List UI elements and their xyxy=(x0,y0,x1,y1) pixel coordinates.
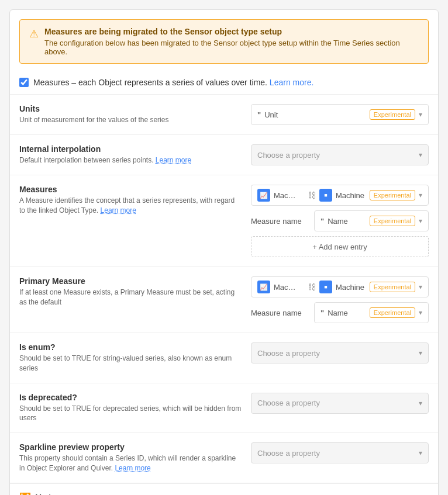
measures-row-title: Measures xyxy=(19,185,242,194)
dropdown-arrow-icon: ▾ xyxy=(419,309,422,317)
link-icon: ⛓ xyxy=(308,191,316,200)
banner-content: Measures are being migrated to the Senso… xyxy=(44,27,419,56)
measure-abbrev: Mac… xyxy=(274,191,304,200)
sparkline-dropdown[interactable]: Choose a property ▾ xyxy=(251,442,429,463)
dropdown-arrow-icon: ▾ xyxy=(419,151,422,159)
measure-chart-icon: 📈 xyxy=(257,189,270,202)
interpolation-row: Internal interpolation Default interpola… xyxy=(10,135,438,175)
measures-row-label: Measures A Measure identifies the concep… xyxy=(19,185,242,216)
primary-measure-name-label: Measure name xyxy=(251,309,309,317)
dropdown-arrow-icon: ▾ xyxy=(419,283,422,291)
add-entry-button[interactable]: + Add new entry xyxy=(251,236,429,257)
experimental-badge: Experimental xyxy=(370,109,415,120)
interpolation-dropdown[interactable]: Choose a property ▾ xyxy=(251,144,429,165)
warning-icon: ⚠ xyxy=(29,27,39,40)
primary-measure-row: Primary Measure If at least one Measure … xyxy=(10,267,438,333)
measure-name-row: Measure name " Name Experimental ▾ xyxy=(251,210,429,231)
vertex-label: Vertex xyxy=(36,493,60,495)
is-deprecated-row: Is deprecated? Should be set to TRUE for… xyxy=(10,383,438,434)
measures-header: Measures – each Object represents a seri… xyxy=(10,73,438,95)
measure-machine-label: Machine xyxy=(336,191,366,200)
measure-name-label: Measure name xyxy=(251,217,309,226)
vertex-icon: 🔀 xyxy=(19,492,31,495)
units-desc: Unit of measurement for the values of th… xyxy=(19,115,242,125)
sparkline-title: Sparkline preview property xyxy=(19,442,242,452)
sparkline-learn-link[interactable]: Learn more xyxy=(115,464,150,472)
primary-measure-name-dropdown[interactable]: " Name Experimental ▾ xyxy=(314,302,429,323)
measures-complex-row: Measures A Measure identifies the concep… xyxy=(10,175,438,266)
measure-entry-dropdown[interactable]: 📈 Mac… ⛓ ■ Machine Experimental ▾ xyxy=(251,185,429,206)
units-controls: " Unit Experimental ▾ xyxy=(251,104,429,125)
primary-measure-controls: 📈 Mac… ⛓ ■ Machine Experimental ▾ Measur… xyxy=(251,276,429,323)
interpolation-desc: Default interpolation between series poi… xyxy=(19,155,242,165)
is-enum-title: Is enum? xyxy=(19,342,242,352)
primary-obj-icon: ■ xyxy=(319,281,332,293)
measures-controls: 📈 Mac… ⛓ ■ Machine Experimental ▾ Measur… xyxy=(251,185,429,257)
is-deprecated-title: Is deprecated? xyxy=(19,393,242,402)
primary-abbrev: Mac… xyxy=(274,283,304,292)
interpolation-controls: Choose a property ▾ xyxy=(251,144,429,165)
is-deprecated-label: Is deprecated? Should be set to TRUE for… xyxy=(19,393,242,424)
dropdown-arrow-icon: ▾ xyxy=(419,217,422,225)
dropdown-arrow-icon: ▾ xyxy=(419,349,422,357)
primary-badge: Experimental xyxy=(370,282,415,292)
is-enum-desc: Should be set to TRUE for string-valued … xyxy=(19,354,242,373)
primary-measure-title: Primary Measure xyxy=(19,276,242,286)
measures-learn-link[interactable]: Learn more xyxy=(101,206,136,214)
is-enum-controls: Choose a property ▾ xyxy=(251,342,429,364)
units-label: Units Unit of measurement for the values… xyxy=(19,104,242,125)
units-dropdown[interactable]: " Unit Experimental ▾ xyxy=(251,104,429,125)
measures-row-desc: A Measure identifies the concept that a … xyxy=(19,196,242,216)
quotes-icon: " xyxy=(321,217,324,226)
interpolation-label: Internal interpolation Default interpola… xyxy=(19,144,242,165)
primary-measure-desc: If at least one Measure exists, a Primar… xyxy=(19,288,242,307)
measures-learn-link[interactable]: Learn more. xyxy=(270,78,313,87)
unit-value: Unit xyxy=(264,110,366,119)
sparkline-placeholder: Choose a property xyxy=(257,449,419,458)
is-deprecated-controls: Choose a property ▾ xyxy=(251,393,429,414)
is-deprecated-desc: Should be set to TRUE for deprecated ser… xyxy=(19,404,242,424)
measure-badge: Experimental xyxy=(370,190,415,200)
chevron-right-icon: › xyxy=(426,492,429,495)
interpolation-desc-text: Default interpolation between series poi… xyxy=(19,156,153,164)
is-enum-placeholder: Choose a property xyxy=(257,349,419,358)
measure-name-value: Name xyxy=(328,217,366,226)
measure-name-dropdown[interactable]: " Name Experimental ▾ xyxy=(314,210,429,231)
measures-header-label: Measures – each Object represents a seri… xyxy=(33,78,313,87)
is-enum-row: Is enum? Should be set to TRUE for strin… xyxy=(10,333,438,383)
interpolation-title: Internal interpolation xyxy=(19,144,242,154)
is-deprecated-placeholder: Choose a property xyxy=(257,399,419,407)
units-title: Units xyxy=(19,104,242,113)
measures-header-separator: – each Object represents a series of val… xyxy=(69,78,267,87)
interpolation-learn-link[interactable]: Learn more xyxy=(156,156,191,164)
sparkline-controls: Choose a property ▾ xyxy=(251,442,429,463)
main-container: ⚠ Measures are being migrated to the Sen… xyxy=(9,9,439,495)
measure-obj-icon: ■ xyxy=(319,189,332,202)
measures-checkbox[interactable] xyxy=(19,78,29,87)
primary-measure-name-row: Measure name " Name Experimental ▾ xyxy=(251,302,429,323)
sparkline-row: Sparkline preview property This property… xyxy=(10,433,438,483)
banner-title: Measures are being migrated to the Senso… xyxy=(44,27,419,36)
migration-banner: ⚠ Measures are being migrated to the Sen… xyxy=(19,19,429,64)
dropdown-arrow-icon: ▾ xyxy=(419,449,422,457)
is-enum-label: Is enum? Should be set to TRUE for strin… xyxy=(19,342,242,373)
measures-section: Measures A Measure identifies the concep… xyxy=(10,175,438,267)
sparkline-label: Sparkline preview property This property… xyxy=(19,442,242,473)
primary-chart-icon: 📈 xyxy=(257,281,270,293)
quotes-icon: " xyxy=(321,309,324,317)
vertex-section[interactable]: 🔀 Vertex – configure series behavior in … xyxy=(10,483,438,495)
is-enum-dropdown[interactable]: Choose a property ▾ xyxy=(251,342,429,364)
primary-name-badge: Experimental xyxy=(370,307,415,318)
dropdown-arrow-icon: ▾ xyxy=(419,191,422,199)
primary-measure-section: Primary Measure If at least one Measure … xyxy=(10,267,438,333)
primary-measure-label: Primary Measure If at least one Measure … xyxy=(19,276,242,307)
link-icon: ⛓ xyxy=(308,282,316,292)
dropdown-arrow-icon: ▾ xyxy=(419,399,422,407)
primary-name-value: Name xyxy=(328,309,366,317)
measure-name-badge: Experimental xyxy=(370,216,415,226)
primary-measure-dropdown[interactable]: 📈 Mac… ⛓ ■ Machine Experimental ▾ xyxy=(251,276,429,297)
banner-description: The configuration below has been migrate… xyxy=(44,39,419,56)
is-deprecated-dropdown[interactable]: Choose a property ▾ xyxy=(251,393,429,414)
quotes-icon: " xyxy=(257,110,261,119)
sparkline-desc: This property should contain a Series ID… xyxy=(19,454,242,473)
